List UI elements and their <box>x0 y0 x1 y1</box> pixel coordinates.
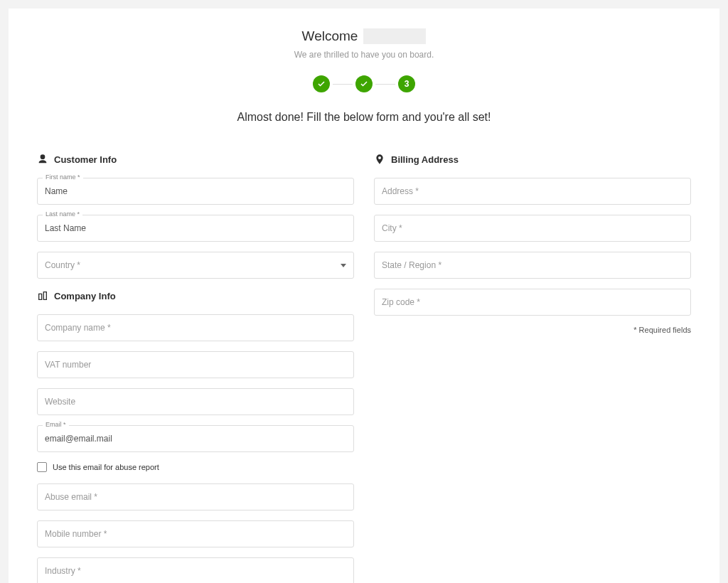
welcome-subline: We are thrilled to have you on board. <box>37 50 691 60</box>
step-connector <box>375 84 395 85</box>
email-label: Email * <box>43 421 69 428</box>
abuse-email-input[interactable] <box>37 483 354 510</box>
step-3-current: 3 <box>398 75 415 92</box>
last-name-field[interactable]: Last name * <box>37 215 354 242</box>
welcome-row: Welcome <box>302 28 427 44</box>
email-input[interactable] <box>37 425 354 452</box>
industry-input[interactable] <box>37 557 354 583</box>
username-placeholder <box>363 28 426 44</box>
vat-input[interactable] <box>37 351 354 378</box>
website-field[interactable] <box>37 388 354 415</box>
step-2-done <box>355 75 373 92</box>
mobile-field[interactable] <box>37 520 354 547</box>
company-name-field[interactable] <box>37 314 354 341</box>
vat-field[interactable] <box>37 351 354 378</box>
chevron-down-icon <box>341 264 346 267</box>
section-label: Company Info <box>54 291 116 301</box>
first-name-label: First name * <box>43 173 83 181</box>
country-select[interactable]: Country * <box>37 252 354 279</box>
header: Welcome We are thrilled to have you on b… <box>37 28 691 124</box>
billing-address-heading: Billing Address <box>374 154 691 165</box>
company-name-input[interactable] <box>37 314 354 341</box>
email-field[interactable]: Email * <box>37 425 354 452</box>
right-column: Billing Address * Required fields <box>374 142 691 583</box>
stepper: 3 <box>37 75 691 92</box>
state-field[interactable] <box>374 252 691 279</box>
last-name-input[interactable] <box>37 215 354 242</box>
abuse-email-checkbox-row[interactable]: Use this email for abuse report <box>37 462 354 472</box>
abuse-email-field[interactable] <box>37 483 354 510</box>
address-field[interactable] <box>374 178 691 205</box>
left-column: Customer Info First name * Last name * C… <box>37 142 354 583</box>
building-icon <box>37 290 48 301</box>
section-label: Customer Info <box>54 154 117 165</box>
checkbox-icon[interactable] <box>37 462 47 472</box>
first-name-input[interactable] <box>37 178 354 205</box>
step-connector <box>333 84 353 85</box>
website-input[interactable] <box>37 388 354 415</box>
state-input[interactable] <box>374 252 691 279</box>
section-label: Billing Address <box>391 154 459 165</box>
mobile-input[interactable] <box>37 520 354 547</box>
city-field[interactable] <box>374 215 691 242</box>
user-icon <box>37 154 48 165</box>
city-input[interactable] <box>374 215 691 242</box>
welcome-text: Welcome <box>302 28 358 44</box>
industry-field[interactable] <box>37 557 354 583</box>
country-placeholder: Country * <box>45 260 80 270</box>
location-icon <box>374 154 385 165</box>
first-name-field[interactable]: First name * <box>37 178 354 205</box>
form-columns: Customer Info First name * Last name * C… <box>37 142 691 583</box>
customer-info-heading: Customer Info <box>37 154 354 165</box>
onboarding-card: Welcome We are thrilled to have you on b… <box>9 9 719 583</box>
almost-done-heading: Almost done! Fill the below form and you… <box>37 111 691 124</box>
abuse-checkbox-label: Use this email for abuse report <box>53 463 159 471</box>
check-icon <box>317 80 326 88</box>
country-field[interactable]: Country * <box>37 252 354 279</box>
address-input[interactable] <box>374 178 691 205</box>
check-icon <box>360 80 368 88</box>
last-name-label: Last name * <box>43 210 82 218</box>
step-1-done <box>313 75 330 92</box>
zip-input[interactable] <box>374 289 691 316</box>
required-fields-note: * Required fields <box>374 326 691 334</box>
company-info-heading: Company Info <box>37 290 354 301</box>
zip-field[interactable] <box>374 289 691 316</box>
